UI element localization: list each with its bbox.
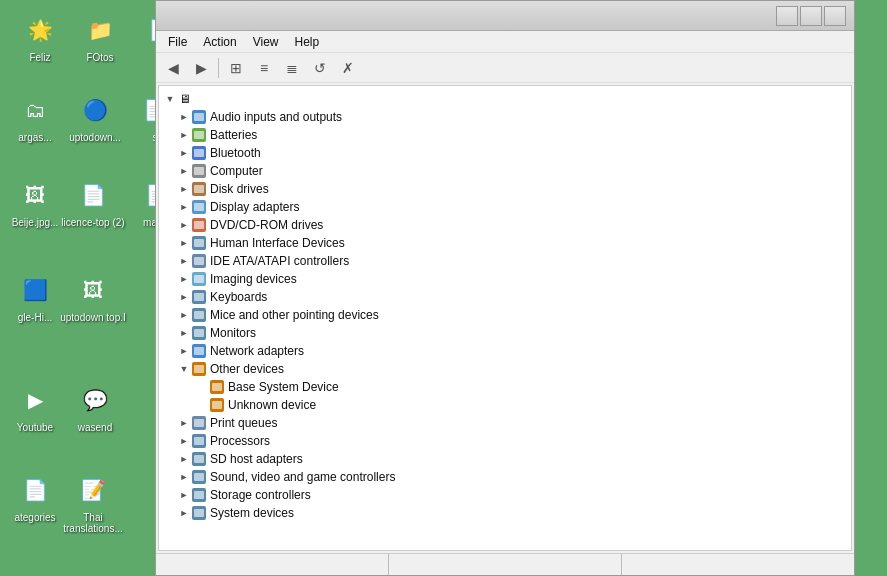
tree-expander-storage[interactable]: ► [177, 488, 191, 502]
update-button[interactable]: ↺ [307, 56, 333, 80]
tree-expander-dvd[interactable]: ► [177, 218, 191, 232]
tree-item-disk[interactable]: ► Disk drives [159, 180, 851, 198]
tree-icon-mice [191, 307, 207, 323]
desktop-icon-icon11[interactable]: 🖼 uptodown top.I [58, 270, 128, 323]
minimize-button[interactable] [776, 6, 798, 26]
tree-expander-sound[interactable]: ► [177, 470, 191, 484]
tree-expander-network[interactable]: ► [177, 344, 191, 358]
tree-icon-storage [191, 487, 207, 503]
tree-label-imaging: Imaging devices [210, 272, 297, 286]
tree-item-base-system[interactable]: Base System Device [159, 378, 851, 396]
tree-icon-unknown [209, 397, 225, 413]
back-button[interactable]: ◀ [160, 56, 186, 80]
tree-item-print[interactable]: ► Print queues [159, 414, 851, 432]
tree-expander-print[interactable]: ► [177, 416, 191, 430]
tree-expander-monitors[interactable]: ► [177, 326, 191, 340]
tree-expander-processors[interactable]: ► [177, 434, 191, 448]
tree-item-dvd[interactable]: ► DVD/CD-ROM drives [159, 216, 851, 234]
tree-item-keyboards[interactable]: ► Keyboards [159, 288, 851, 306]
tree-item-sd[interactable]: ► SD host adapters [159, 450, 851, 468]
tree-item-other-devices[interactable]: ▼ Other devices [159, 360, 851, 378]
tree-item-monitors[interactable]: ► Monitors [159, 324, 851, 342]
svg-rect-21 [194, 293, 204, 301]
tree-label-bluetooth: Bluetooth [210, 146, 261, 160]
tree-item-unknown[interactable]: Unknown device [159, 396, 851, 414]
tree-item-imaging[interactable]: ► Imaging devices [159, 270, 851, 288]
tree-expander-hid[interactable]: ► [177, 236, 191, 250]
tree-expander-computer[interactable]: ► [177, 164, 191, 178]
svg-rect-29 [194, 365, 204, 373]
root-icon: 🖥 [177, 91, 193, 107]
tree-icon-system [191, 505, 207, 521]
filter-button[interactable]: ≡ [251, 56, 277, 80]
tree-item-sound[interactable]: ► Sound, video and game controllers [159, 468, 851, 486]
forward-button[interactable]: ▶ [188, 56, 214, 80]
tree-icon-batteries [191, 127, 207, 143]
tree-expander-mice[interactable]: ► [177, 308, 191, 322]
status-section-2 [389, 554, 622, 575]
icon-image: 💬 [75, 380, 115, 420]
close-button[interactable] [824, 6, 846, 26]
tree-expander-other-devices[interactable]: ▼ [177, 362, 191, 376]
tree-expander-keyboards[interactable]: ► [177, 290, 191, 304]
tree-item-computer[interactable]: ► Computer [159, 162, 851, 180]
tree-root[interactable]: ▼ 🖥 [159, 90, 851, 108]
tree-label-processors: Processors [210, 434, 270, 448]
devices-button[interactable]: ⊞ [223, 56, 249, 80]
tree-icon-network [191, 343, 207, 359]
tree-item-ide[interactable]: ► IDE ATA/ATAPI controllers [159, 252, 851, 270]
maximize-button[interactable] [800, 6, 822, 26]
tree-icon-keyboards [191, 289, 207, 305]
tree-expander-system[interactable]: ► [177, 506, 191, 520]
tree-item-bluetooth[interactable]: ► Bluetooth [159, 144, 851, 162]
menu-item-view[interactable]: View [245, 33, 287, 51]
svg-rect-13 [194, 221, 204, 229]
svg-rect-23 [194, 311, 204, 319]
properties-button[interactable]: ≣ [279, 56, 305, 80]
tree-expander-base-system[interactable] [195, 380, 209, 394]
device-tree[interactable]: ▼ 🖥 ► Audio inputs and outputs► Batterie… [158, 85, 852, 551]
desktop-icon-icon13[interactable]: 💬 wasend [60, 380, 130, 433]
menu-item-file[interactable]: File [160, 33, 195, 51]
tree-item-system[interactable]: ► System devices [159, 504, 851, 522]
tree-icon-sound [191, 469, 207, 485]
tree-expander-audio[interactable]: ► [177, 110, 191, 124]
tree-item-processors[interactable]: ► Processors [159, 432, 851, 450]
svg-rect-5 [194, 149, 204, 157]
desktop-icon-icon8[interactable]: 📄 licence-top (2) [58, 175, 128, 228]
tree-item-hid[interactable]: ► Human Interface Devices [159, 234, 851, 252]
tree-item-network[interactable]: ► Network adapters [159, 342, 851, 360]
icon-label: licence-top (2) [58, 217, 128, 228]
svg-rect-39 [194, 455, 204, 463]
root-expander[interactable]: ▼ [163, 92, 177, 106]
tree-item-storage[interactable]: ► Storage controllers [159, 486, 851, 504]
tree-item-mice[interactable]: ► Mice and other pointing devices [159, 306, 851, 324]
desktop-icon-icon15[interactable]: 📝 Thai translations... [58, 470, 128, 534]
svg-rect-43 [194, 491, 204, 499]
tree-expander-disk[interactable]: ► [177, 182, 191, 196]
tree-icon-display-adapters [191, 199, 207, 215]
tree-expander-batteries[interactable]: ► [177, 128, 191, 142]
svg-rect-33 [212, 401, 222, 409]
uninstall-button[interactable]: ✗ [335, 56, 361, 80]
tree-expander-ide[interactable]: ► [177, 254, 191, 268]
icon-image: 📄 [73, 175, 113, 215]
tree-expander-display-adapters[interactable]: ► [177, 200, 191, 214]
tree-item-audio[interactable]: ► Audio inputs and outputs [159, 108, 851, 126]
tree-label-base-system: Base System Device [228, 380, 339, 394]
tree-expander-sd[interactable]: ► [177, 452, 191, 466]
tree-icon-monitors [191, 325, 207, 341]
status-section-3 [622, 554, 854, 575]
tree-expander-unknown[interactable] [195, 398, 209, 412]
tree-item-display-adapters[interactable]: ► Display adapters [159, 198, 851, 216]
menu-item-action[interactable]: Action [195, 33, 244, 51]
icon-image: ▶ [15, 380, 55, 420]
icon-image: 🖼 [73, 270, 113, 310]
svg-rect-35 [194, 419, 204, 427]
tree-item-batteries[interactable]: ► Batteries [159, 126, 851, 144]
tree-icon-base-system [209, 379, 225, 395]
menu-item-help[interactable]: Help [287, 33, 328, 51]
tree-expander-bluetooth[interactable]: ► [177, 146, 191, 160]
tree-expander-imaging[interactable]: ► [177, 272, 191, 286]
tree-label-audio: Audio inputs and outputs [210, 110, 342, 124]
